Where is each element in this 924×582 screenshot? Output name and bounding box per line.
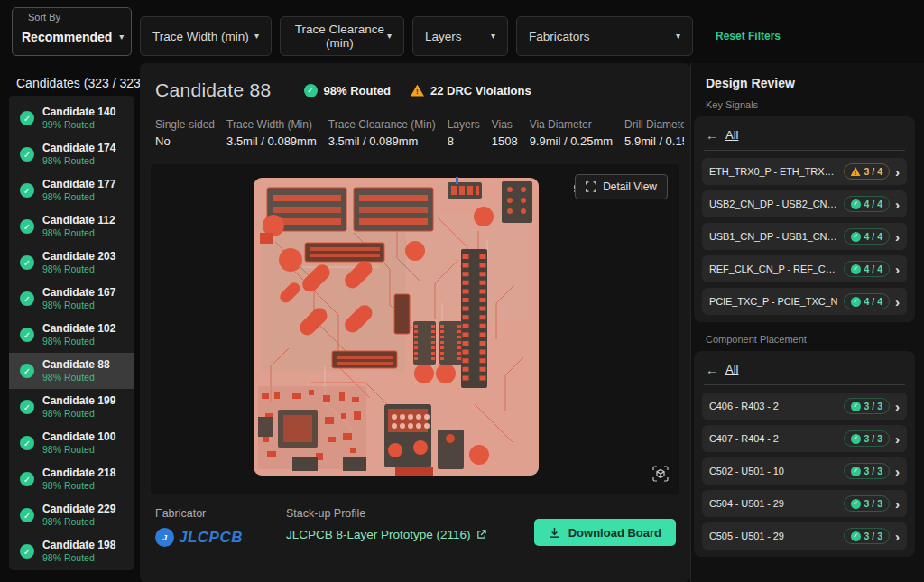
review-row[interactable]: C505 - U501 - 29 3 / 3 [702,522,907,550]
candidate-routed-percent: 98% Routed [42,516,116,528]
candidate-list-item[interactable]: Candidate 218 98% Routed [9,461,134,497]
jlcpcb-roundel-icon [155,528,174,547]
review-row-name: USB2_CN_DP - USB2_CN_DN [709,199,838,209]
candidate-list-item[interactable]: Candidate 177 98% Routed [9,172,134,208]
detail-view-button[interactable]: Detail View [575,174,668,199]
candidate-list-item[interactable]: Candidate 140 99% Routed [9,100,134,136]
check-circle-icon [20,328,34,342]
candidate-list-item[interactable]: Candidate 174 98% Routed [9,136,134,172]
check-circle-icon [20,472,34,486]
candidate-list-item[interactable]: Candidate 199 98% Routed [9,389,134,425]
filter-bar: Trace Width (min) ▾ Trace Clearance (min… [140,16,693,56]
section-panel: All C406 - R403 - 2 3 / 3 C407 - R404 - … [694,351,915,557]
candidate-list-item[interactable]: Candidate 167 98% Routed [9,281,134,317]
check-circle-icon [20,183,34,198]
stackup-profile-link[interactable]: JLCPCB 8-Layer Prototype (2116) [286,528,486,541]
status-count: 3 / 3 [864,531,882,541]
candidate-detail-panel: Candidate 88 98% Routed 22 DRC Violation… [140,63,690,582]
fabricator-label: Fabricator [155,507,243,520]
caret-down-icon: ▾ [254,32,259,41]
sort-by-label: Sort By [23,12,65,23]
show-all-link[interactable]: All [725,363,738,376]
candidate-name: Candidate 177 [42,178,116,191]
3d-view-icon[interactable] [651,464,670,484]
sort-by-dropdown[interactable]: Sort By Recommended ▾ [12,7,132,56]
candidate-name: Candidate 88 [42,358,110,372]
stat-column: Single-sided No [155,117,215,152]
download-icon [549,527,560,539]
section-panel: All ETH_TRX0_P - ETH_TRX0_N 3 / 4 USB2_C… [694,116,915,322]
review-row[interactable]: USB2_CN_DP - USB2_CN_DN 4 / 4 [702,190,907,217]
candidate-routed-percent: 98% Routed [42,552,116,564]
sort-by-value: Recommended [22,30,112,44]
filter-dropdown[interactable]: Trace Width (min) ▾ [140,16,272,56]
review-row[interactable]: C407 - R404 - 2 3 / 3 [702,425,907,452]
check-circle-icon [20,219,34,234]
section-label: Key Signals [706,99,924,110]
candidate-list-item[interactable]: Candidate 102 98% Routed [9,317,134,353]
review-section: Component Placement All C406 - R403 - 2 … [691,334,924,557]
review-row-name: REF_CLK_CN_P - REF_CLK_C... [709,263,838,274]
chevron-right-icon [895,263,900,276]
filter-label: Trace Clearance (min) [292,23,387,50]
warning-triangle-icon [851,167,861,176]
status-badge: 3 / 3 [844,528,890,544]
chevron-right-icon [895,497,900,511]
pcb-board-render [253,177,540,476]
check-circle-icon [20,364,34,378]
review-row[interactable]: PCIE_TXC_P - PCIE_TXC_N 4 / 4 [702,288,907,315]
candidate-list-item[interactable]: Candidate 112 98% Routed [9,208,134,245]
review-row-name: C505 - U501 - 29 [709,531,838,541]
review-row[interactable]: C406 - R403 - 2 3 / 3 [702,393,907,420]
chevron-right-icon [895,530,900,543]
show-all-link[interactable]: All [725,128,738,142]
candidate-list-item[interactable]: Candidate 100 98% Routed [9,425,134,461]
check-circle-icon [20,544,34,559]
stat-column: Drill Diameter 5.9mil / 0.15mm [624,117,684,152]
download-board-button[interactable]: Download Board [534,519,676,546]
candidate-list-item[interactable]: Candidate 198 98% Routed [9,533,134,569]
review-row[interactable]: USB1_CN_DP - USB1_CN_DN 4 / 4 [702,223,907,250]
detail-view-icon [586,181,596,192]
review-row-name: PCIE_TXC_P - PCIE_TXC_N [709,296,838,307]
status-badge: 3 / 3 [844,495,890,512]
reset-filters-button[interactable]: Reset Filters [716,30,781,42]
candidate-list-item[interactable]: Candidate 203 98% Routed [9,245,134,281]
check-circle-icon [851,499,861,509]
check-circle-icon [20,291,34,306]
candidate-list-item[interactable]: Candidate 229 98% Routed [9,497,134,533]
caret-down-icon: ▾ [491,32,495,41]
stat-column: Vias 1508 [492,117,518,152]
check-circle-icon [851,402,861,411]
external-link-icon [476,530,486,540]
caret-down-icon: ▾ [119,32,124,42]
section-label: Component Placement [706,334,924,345]
stat-value: 3.5mil / 0.089mm [226,132,317,152]
drc-violations-badge: 22 DRC Violations [411,84,531,97]
review-row[interactable]: C502 - U501 - 10 3 / 3 [702,457,907,485]
candidate-name: Candidate 100 [42,430,116,444]
caret-down-icon: ▾ [676,32,680,41]
candidate-name: Candidate 229 [42,503,116,516]
status-count: 4 / 4 [864,199,882,209]
status-count: 3 / 3 [864,433,882,444]
filter-dropdown[interactable]: Trace Clearance (min) ▾ [280,16,404,56]
chevron-right-icon [895,198,900,211]
filter-dropdown[interactable]: Fabricators ▾ [516,16,693,56]
pcb-viewer[interactable]: Detail View [151,164,679,494]
design-review-title: Design Review [706,76,924,90]
check-circle-icon [20,147,34,162]
divider [704,384,905,385]
stat-value: 8 [448,132,480,152]
review-row[interactable]: REF_CLK_CN_P - REF_CLK_C... 4 / 4 [702,255,907,282]
check-circle-icon [851,297,861,307]
review-row-name: ETH_TRX0_P - ETH_TRX0_N [709,166,838,177]
candidate-list-item[interactable]: Candidate 88 98% Routed [9,353,134,389]
stat-column: Trace Width (Min) 3.5mil / 0.089mm [226,117,317,152]
review-row[interactable]: ETH_TRX0_P - ETH_TRX0_N 3 / 4 [702,158,907,185]
review-row[interactable]: C504 - U501 - 29 3 / 3 [702,490,907,517]
check-circle-icon [20,255,34,270]
candidate-routed-percent: 99% Routed [42,119,116,131]
filter-dropdown[interactable]: Layers ▾ [412,16,508,56]
candidate-routed-percent: 98% Routed [42,372,110,383]
